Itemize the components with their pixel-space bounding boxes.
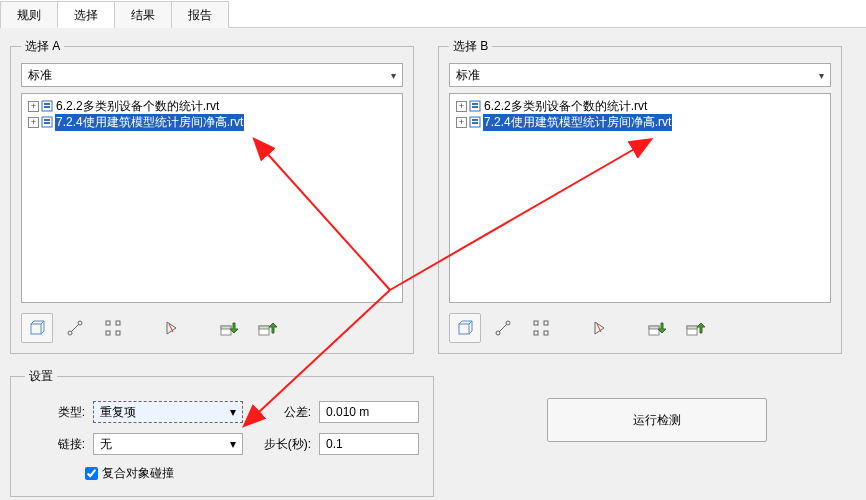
- composite-collision-label: 复合对象碰撞: [102, 465, 174, 482]
- svg-rect-2: [44, 106, 50, 108]
- svg-rect-4: [44, 119, 50, 121]
- selection-a-combo-value: 标准: [28, 67, 52, 84]
- tree-item[interactable]: + 7.2.4使用建筑模型统计房间净高.rvt: [456, 114, 824, 130]
- type-label: 类型:: [25, 404, 85, 421]
- tolerance-value: 0.010 m: [326, 405, 369, 419]
- chevron-down-icon: ▾: [819, 70, 824, 81]
- svg-rect-27: [472, 106, 478, 108]
- tab-strip: 规则 选择 结果 报告: [0, 0, 866, 28]
- document-icon: [41, 100, 53, 112]
- link-label: 链接:: [25, 436, 85, 453]
- svg-rect-29: [472, 119, 478, 121]
- save-set-button[interactable]: [679, 313, 711, 343]
- load-set-button[interactable]: [213, 313, 245, 343]
- tab-results-label: 结果: [131, 8, 155, 22]
- selection-b-combo[interactable]: 标准 ▾: [449, 63, 831, 87]
- run-detection-label: 运行检测: [633, 412, 681, 429]
- svg-rect-31: [459, 324, 469, 334]
- chevron-down-icon: ▾: [230, 437, 236, 451]
- svg-rect-49: [687, 326, 697, 329]
- run-button-wrap: 运行检测: [458, 368, 856, 497]
- nodes-tool-button[interactable]: [525, 313, 557, 343]
- run-detection-button[interactable]: 运行检测: [547, 398, 767, 442]
- svg-rect-1: [44, 103, 50, 105]
- svg-rect-18: [116, 331, 120, 335]
- tolerance-input[interactable]: 0.010 m: [319, 401, 419, 423]
- line-tool-button[interactable]: [487, 313, 519, 343]
- tab-rules-label: 规则: [17, 8, 41, 22]
- tree-item-label: 7.2.4使用建筑模型统计房间净高.rvt: [55, 114, 244, 131]
- tree-item-label: 6.2.2多类别设备个数的统计.rvt: [55, 98, 220, 115]
- selection-b-legend: 选择 B: [449, 38, 492, 55]
- expand-icon[interactable]: +: [28, 117, 39, 128]
- document-icon: [41, 116, 53, 128]
- chevron-down-icon: ▾: [230, 405, 236, 419]
- selection-a-panel: 选择 A 标准 ▾ + 6.2.2多类别设备个数的统计.rvt +: [10, 38, 414, 354]
- tab-select-label: 选择: [74, 8, 98, 22]
- tree-item[interactable]: + 6.2.2多类别设备个数的统计.rvt: [456, 98, 824, 114]
- play-button[interactable]: [155, 313, 187, 343]
- svg-rect-26: [472, 103, 478, 105]
- selection-a-combo[interactable]: 标准 ▾: [21, 63, 403, 87]
- cube-select-button[interactable]: [449, 313, 481, 343]
- step-input[interactable]: 0.1: [319, 433, 419, 455]
- tree-item-label: 7.2.4使用建筑模型统计房间净高.rvt: [483, 114, 672, 131]
- selection-a-tree[interactable]: + 6.2.2多类别设备个数的统计.rvt + 7.2.4使用建筑模型统计房间净…: [21, 93, 403, 303]
- tab-select[interactable]: 选择: [57, 1, 115, 28]
- line-tool-button[interactable]: [59, 313, 91, 343]
- selection-b-tree[interactable]: + 6.2.2多类别设备个数的统计.rvt + 7.2.4使用建筑模型统计房间净…: [449, 93, 831, 303]
- chevron-down-icon: ▾: [391, 70, 396, 81]
- type-select[interactable]: 重复项 ▾: [93, 401, 243, 423]
- svg-rect-40: [534, 321, 538, 325]
- cube-select-button[interactable]: [21, 313, 53, 343]
- expand-icon[interactable]: +: [456, 101, 467, 112]
- step-value: 0.1: [326, 437, 343, 451]
- play-button[interactable]: [583, 313, 615, 343]
- type-select-value: 重复项: [100, 404, 136, 421]
- tree-item[interactable]: + 7.2.4使用建筑模型统计房间净高.rvt: [28, 114, 396, 130]
- expand-icon[interactable]: +: [28, 101, 39, 112]
- selection-b-combo-value: 标准: [456, 67, 480, 84]
- document-icon: [469, 116, 481, 128]
- tree-item-label: 6.2.2多类别设备个数的统计.rvt: [483, 98, 648, 115]
- link-select[interactable]: 无 ▾: [93, 433, 243, 455]
- tab-rules[interactable]: 规则: [0, 1, 58, 28]
- tab-results[interactable]: 结果: [114, 1, 172, 28]
- tab-report[interactable]: 报告: [171, 1, 229, 28]
- link-select-value: 无: [100, 436, 112, 453]
- svg-rect-43: [544, 331, 548, 335]
- composite-collision-checkbox[interactable]: [85, 467, 98, 480]
- selection-a-legend: 选择 A: [21, 38, 64, 55]
- selection-b-panel: 选择 B 标准 ▾ + 6.2.2多类别设备个数的统计.rvt +: [438, 38, 842, 354]
- nodes-tool-button[interactable]: [97, 313, 129, 343]
- settings-panel: 设置 类型: 重复项 ▾ 公差: 0.010 m 链接: 无 ▾ 步长(秒):: [10, 368, 434, 497]
- svg-rect-6: [31, 324, 41, 334]
- composite-collision-row[interactable]: 复合对象碰撞: [85, 465, 419, 482]
- expand-icon[interactable]: +: [456, 117, 467, 128]
- tab-report-label: 报告: [188, 8, 212, 22]
- step-label: 步长(秒):: [251, 436, 311, 453]
- selection-b-toolbar: [449, 313, 831, 343]
- svg-rect-15: [106, 321, 110, 325]
- document-icon: [469, 100, 481, 112]
- save-set-button[interactable]: [251, 313, 283, 343]
- svg-rect-5: [44, 122, 50, 124]
- svg-line-39: [499, 324, 507, 332]
- svg-rect-30: [472, 122, 478, 124]
- svg-rect-42: [534, 331, 538, 335]
- settings-legend: 设置: [25, 368, 57, 385]
- tree-item[interactable]: + 6.2.2多类别设备个数的统计.rvt: [28, 98, 396, 114]
- svg-rect-17: [106, 331, 110, 335]
- selection-a-toolbar: [21, 313, 403, 343]
- svg-rect-41: [544, 321, 548, 325]
- svg-rect-16: [116, 321, 120, 325]
- load-set-button[interactable]: [641, 313, 673, 343]
- svg-rect-24: [259, 326, 269, 329]
- tolerance-label: 公差:: [251, 404, 311, 421]
- svg-line-14: [71, 324, 79, 332]
